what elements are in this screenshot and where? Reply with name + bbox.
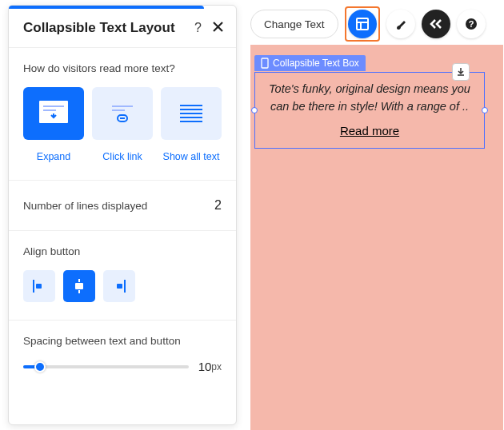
change-text-button[interactable]: Change Text (250, 10, 338, 38)
link-icon (105, 98, 140, 129)
slider-thumb[interactable] (34, 361, 46, 372)
read-mode-options (23, 87, 222, 140)
resize-handle-right[interactable] (482, 107, 488, 113)
align-options (23, 270, 222, 302)
question-icon: ? (465, 18, 478, 30)
spacing-label: Spacing between text and button (23, 335, 222, 347)
brush-icon (394, 17, 408, 31)
option-click-link-label: Click link (92, 151, 153, 162)
spacing-unit: px (211, 361, 222, 372)
align-right-icon (110, 277, 128, 295)
align-center-icon (70, 277, 88, 295)
lines-label: Number of lines displayed (23, 200, 147, 212)
panel-title: Collapsible Text Layout (23, 20, 194, 36)
lines-value[interactable]: 2 (214, 198, 222, 213)
widget-tag-label: Collapsible Text Box (273, 58, 359, 69)
resize-handle-left[interactable] (251, 107, 258, 113)
widget-text: Tote's funky, original design means you … (265, 81, 474, 116)
widget-box[interactable]: Tote's funky, original design means you … (254, 72, 485, 149)
svg-rect-19 (117, 284, 122, 289)
panel-header: Collapsible Text Layout ? (9, 9, 236, 48)
read-mode-label: How do visitors read more text? (23, 62, 222, 74)
option-labels: Expand Click link Show all text (23, 151, 222, 162)
spacing-value[interactable]: 10 (198, 360, 212, 373)
svg-rect-20 (357, 18, 368, 30)
option-click-link[interactable] (92, 87, 153, 140)
spacing-section: Spacing between text and button 10px (9, 321, 236, 383)
canvas[interactable]: Collapsible Text Box Tote's funky, origi… (250, 45, 503, 430)
layout-icon (355, 17, 370, 31)
chevrons-icon (429, 18, 443, 30)
read-more-link[interactable]: Read more (340, 124, 399, 137)
option-show-all[interactable] (161, 87, 222, 140)
collapsible-text-widget[interactable]: Collapsible Text Box Tote's funky, origi… (254, 55, 485, 149)
read-mode-section: How do visitors read more text? (9, 48, 236, 181)
animation-button[interactable] (422, 10, 450, 38)
svg-rect-14 (36, 284, 42, 289)
mobile-icon (261, 58, 269, 69)
svg-rect-25 (262, 58, 268, 68)
help-toolbar-button[interactable]: ? (457, 10, 486, 38)
canvas-toolbar: Change Text ? (250, 6, 486, 42)
svg-rect-17 (75, 283, 83, 289)
option-expand[interactable] (23, 87, 84, 140)
expand-icon (36, 98, 71, 129)
layout-button[interactable] (348, 10, 377, 38)
align-center-button[interactable] (63, 270, 95, 302)
lines-section: Number of lines displayed 2 (9, 181, 236, 231)
align-section: Align button (9, 231, 236, 321)
align-right-button[interactable] (103, 270, 135, 302)
help-button[interactable]: ? (194, 21, 202, 35)
close-button[interactable] (213, 22, 223, 34)
widget-tag: Collapsible Text Box (254, 55, 366, 71)
layout-button-highlight (345, 6, 380, 42)
close-icon (213, 22, 223, 32)
design-button[interactable] (386, 10, 415, 38)
svg-text:?: ? (468, 19, 474, 29)
option-show-all-label: Show all text (161, 151, 222, 162)
layout-panel: Collapsible Text Layout ? How do visitor… (8, 5, 237, 425)
lines-icon (174, 98, 209, 129)
align-left-button[interactable] (23, 270, 55, 302)
align-label: Align button (23, 245, 222, 257)
download-icon (456, 67, 466, 77)
download-handle[interactable] (452, 63, 470, 81)
align-left-icon (30, 277, 48, 295)
svg-rect-0 (39, 101, 68, 123)
option-expand-label: Expand (23, 151, 84, 162)
spacing-slider-row: 10px (23, 360, 222, 373)
spacing-slider[interactable] (23, 365, 189, 368)
